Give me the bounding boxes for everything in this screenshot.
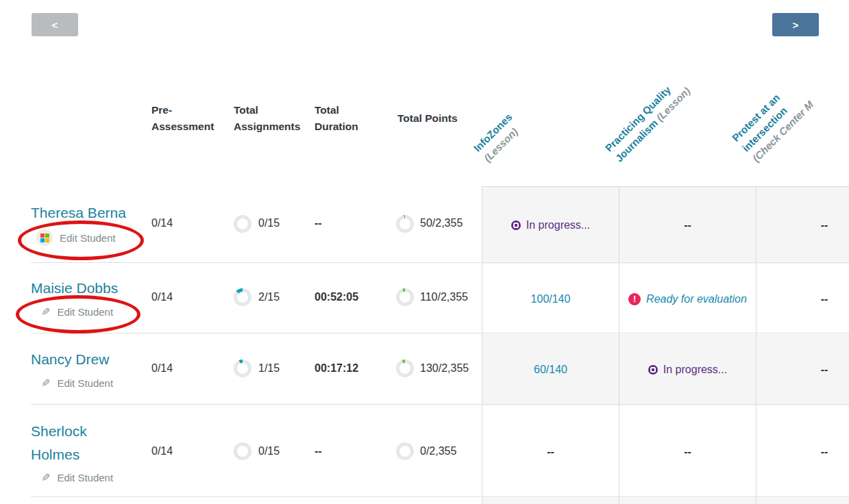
points-donut-chart [396,360,414,377]
row-divider [31,333,849,333]
lesson-score-link[interactable]: 60/140 [534,364,567,376]
lesson-status-text: -- [821,446,828,458]
duration-value: -- [315,217,322,229]
lesson-status-text: In progress... [663,364,727,376]
edit-student-button[interactable]: ✎ Edit Student [41,471,113,484]
lesson-cell[interactable]: ! Ready for evaluation [619,264,756,334]
column-header-pre-assessment: Pre-Assessment [151,102,217,135]
duration-value: 00:17:12 [315,362,358,375]
column-header-total-duration: Total Duration [315,102,369,135]
row-divider [31,496,849,497]
lesson-status-text: -- [821,364,828,376]
in-progress-icon [648,365,658,375]
lesson-score-link[interactable]: 100/140 [531,293,571,305]
assignments-value: 2/15 [258,291,280,303]
lesson-title: Protest at an intersection [730,92,789,154]
lesson-cell [756,498,849,504]
assignments-donut-chart [234,215,251,233]
pencil-icon: ✎ [41,305,50,318]
lesson-cell: -- [756,187,849,264]
pencil-icon: ✎ [41,377,50,390]
points-value: 50/2,355 [420,217,463,229]
points-value: 0/2,355 [420,445,456,457]
pencil-icon: ✎ [41,471,50,484]
alert-exclamation-icon: ! [628,293,641,305]
lesson-status-text: -- [821,293,828,305]
pre-assessment-value: 0/14 [151,445,173,457]
lesson-status-text: -- [684,446,691,458]
lesson-header-practicing-quality-journalism[interactable]: Practicing Quality Journalism (Lesson) [602,68,698,165]
student-name-link[interactable]: Sherlock Holmes [31,420,106,466]
lesson-status-text: -- [547,446,554,458]
lesson-cell: -- [619,187,756,264]
assignments-value: 1/15 [258,362,280,375]
lesson-status-grid: In progress... -- -- 100/140 ! Ready for… [482,186,849,504]
points-donut-chart [396,288,414,306]
row-divider [31,262,849,263]
lesson-cell [619,498,756,504]
previous-page-button[interactable]: < [32,13,78,36]
student-name-link[interactable]: Maisie Dobbs [31,277,154,300]
edit-student-label: Edit Student [57,377,113,389]
lesson-cell: -- [756,264,849,334]
edit-student-button[interactable]: ✎ Edit Student [41,305,113,318]
points-value: 130/2,355 [420,362,469,375]
duration-value: 00:52:05 [315,291,358,303]
assignments-donut-chart [234,288,251,306]
lesson-cell[interactable]: 100/140 [482,264,619,334]
edit-student-label: Edit Student [57,472,113,483]
lesson-status-link[interactable]: Ready for evaluation [646,293,747,305]
lesson-status-text: -- [821,219,828,231]
edit-student-button[interactable]: ✎ Edit Student [41,377,113,390]
lesson-cell: -- [756,405,849,498]
assignments-donut-chart [234,442,251,460]
column-header-total-points: Total Points [397,110,480,127]
assignments-value: 0/15 [258,217,280,229]
student-name-link[interactable]: Theresa Berna [31,201,154,225]
lesson-status-text: -- [684,219,691,231]
edit-student-label: Edit Student [57,306,113,318]
edit-student-label: Edit Student [60,232,116,244]
points-value: 110/2,355 [420,291,468,303]
microsoft-logo-icon [36,229,53,246]
row-divider [31,404,849,405]
duration-value: -- [315,445,322,457]
points-donut-chart [396,215,414,233]
lesson-cell: -- [619,405,756,498]
edit-student-button[interactable]: Edit Student [36,229,116,246]
student-name-link[interactable]: Nancy Drew [31,348,154,371]
assignments-value: 0/15 [258,445,280,457]
in-progress-icon [511,220,521,230]
lesson-title: Practicing Quality Journalism [603,84,673,164]
lesson-cell [482,498,619,504]
lesson-cell: -- [482,405,619,498]
lesson-header-infozones[interactable]: InfoZones (Lesson) [470,88,547,165]
next-page-button[interactable]: > [772,13,819,36]
pre-assessment-value: 0/14 [151,217,173,229]
lesson-cell: In progress... [619,334,756,405]
column-header-total-assignments: Total Assignments [234,102,302,135]
lesson-cell[interactable]: 60/140 [482,334,619,405]
points-donut-chart [396,442,414,460]
pre-assessment-value: 0/14 [151,291,173,303]
pre-assessment-value: 0/14 [151,362,173,375]
lesson-cell: -- [756,334,849,405]
lesson-status-text: In progress... [526,219,590,231]
assignments-donut-chart [234,360,251,377]
lesson-header-protest-at-an-intersection[interactable]: Protest at an intersection (Check Center… [728,73,821,165]
lesson-cell: In progress... [482,187,619,264]
